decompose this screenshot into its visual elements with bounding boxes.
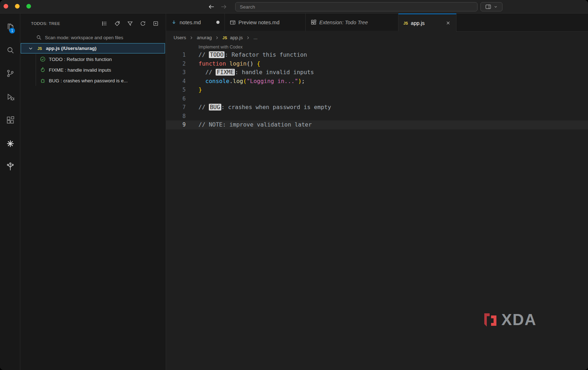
tree-root-app-js[interactable]: JS app.js (/Users/anurag) [21, 43, 165, 53]
breadcrumb-item-users[interactable]: Users [174, 35, 186, 40]
line-number[interactable]: 5 [166, 86, 186, 94]
tree-item-label: FIXME : handle invalid inputs [49, 67, 111, 73]
code-line[interactable]: 6 [166, 94, 588, 103]
breadcrumb-item-ellipsis[interactable]: ... [253, 35, 257, 40]
tab-preview-notes-md[interactable]: Preview notes.md [225, 14, 306, 31]
extensions-icon [311, 20, 316, 25]
activity-run-debug-button[interactable] [4, 91, 16, 103]
tab-label: notes.md [180, 20, 201, 25]
line-number[interactable]: 6 [166, 94, 186, 103]
tab-label: app.js [411, 20, 425, 26]
code-text: function login() { [186, 60, 260, 68]
line-number[interactable]: 3 [166, 68, 186, 77]
code-text: // BUG: crashes when password is empty [186, 103, 331, 112]
javascript-icon: JS [222, 36, 227, 40]
sidebar-title: TODOS: TREE [31, 21, 60, 26]
javascript-icon: JS [403, 21, 408, 25]
forward-button[interactable] [220, 2, 228, 11]
layout-control[interactable] [480, 2, 502, 11]
starburst-icon [6, 139, 15, 148]
activity-bar: 1 [0, 14, 20, 370]
code-line[interactable]: 2 function login() { [166, 60, 588, 68]
search-icon [36, 35, 42, 40]
modified-dot-icon[interactable] [216, 21, 220, 24]
code-text: } [186, 86, 202, 94]
arrow-left-icon [208, 3, 215, 10]
code-text: // TODO: Refactor this function [186, 51, 307, 60]
activity-starburst-extension-button[interactable] [4, 138, 16, 149]
activity-todo-tree-button[interactable] [4, 161, 16, 173]
tag-button[interactable] [114, 21, 120, 27]
expand-all-button[interactable] [153, 21, 159, 27]
chevron-down-icon [494, 5, 498, 9]
filter-button[interactable] [127, 21, 133, 27]
title-bar: Search [0, 0, 588, 14]
fixme-tag-highlight: FIXME [216, 69, 235, 76]
bug-tag-highlight: BUG [209, 104, 221, 111]
code-line-current[interactable]: 9 // NOTE: improve validation later [166, 120, 588, 129]
chevron-down-icon[interactable] [28, 46, 33, 51]
sidebar-todo-tree: TODOS: TREE [20, 14, 166, 370]
line-number[interactable]: 9 [166, 120, 186, 129]
chevron-right-icon [189, 35, 194, 40]
breadcrumb-item-app-js[interactable]: app.js [230, 35, 243, 40]
close-tab-button[interactable] [445, 20, 451, 26]
chevron-right-icon [215, 35, 220, 40]
code-line[interactable]: 1 // TODO: Refactor this function [166, 51, 588, 60]
traffic-light-zoom-button[interactable] [26, 4, 31, 9]
line-number[interactable]: 1 [166, 51, 186, 60]
code-text [186, 112, 198, 121]
breadcrumb-item-anurag[interactable]: anurag [197, 35, 212, 40]
sidebar-toolbar [101, 19, 159, 29]
refresh-button[interactable] [140, 21, 146, 27]
code-text: // NOTE: improve validation later [186, 120, 312, 129]
activity-search-button[interactable] [4, 44, 16, 56]
tree-item-label: BUG : crashes when password is e... [49, 78, 128, 83]
code-line[interactable]: 3 // FIXME: handle invalid inputs [166, 68, 588, 77]
tab-extension-todo-tree[interactable]: Extension: Todo Tree [306, 14, 398, 31]
scan-mode-item[interactable]: Scan mode: workspace and open files [20, 33, 166, 42]
codelens-implement-with-codex[interactable]: Implement with Codex [166, 43, 588, 51]
xda-logo-icon [482, 312, 498, 328]
javascript-icon: JS [37, 46, 42, 51]
tab-notes-md[interactable]: notes.md [166, 14, 225, 31]
chevron-right-icon [246, 35, 251, 40]
tab-label: Preview notes.md [238, 20, 279, 25]
traffic-light-minimize-button[interactable] [15, 4, 20, 9]
todo-tree-icon [6, 162, 15, 171]
tree-root-label: app.js (/Users/anurag) [46, 46, 97, 51]
line-number[interactable]: 2 [166, 60, 186, 68]
activity-extensions-button[interactable] [4, 114, 16, 126]
traffic-light-close-button[interactable] [4, 4, 8, 9]
arrow-right-icon [220, 3, 227, 10]
code-line[interactable]: 4 console.log("Logging in..."); [166, 77, 588, 86]
extensions-icon [6, 116, 15, 125]
activity-source-control-button[interactable] [4, 67, 16, 79]
back-button[interactable] [207, 2, 216, 11]
command-center-search[interactable]: Search [235, 2, 478, 11]
code-text: // FIXME: handle invalid inputs [186, 68, 314, 77]
tab-app-js[interactable]: JS app.js [398, 14, 457, 32]
todo-tag-highlight: TODO [209, 51, 225, 58]
sidebar-header: TODOS: TREE [20, 19, 166, 29]
code-line[interactable]: 5 } [166, 86, 588, 94]
view-as-list-button[interactable] [101, 21, 107, 27]
code-line[interactable]: 8 [166, 112, 588, 121]
source-control-icon [6, 69, 15, 78]
line-number[interactable]: 4 [166, 77, 186, 86]
line-number[interactable]: 7 [166, 103, 186, 112]
code-line[interactable]: 7 // BUG: crashes when password is empty [166, 103, 588, 112]
scan-mode-label: Scan mode: workspace and open files [45, 35, 123, 40]
open-preview-icon [230, 20, 236, 25]
tree-item-todo[interactable]: TODO : Refactor this function [20, 54, 166, 65]
breadcrumb: Users anurag JS app.js ... [166, 32, 588, 43]
panel-layout-icon [485, 4, 491, 10]
tree-item-bug[interactable]: BUG : crashes when password is e... [20, 75, 166, 86]
editor-tab-bar: notes.md Preview notes.md [166, 14, 588, 32]
tree-item-fixme[interactable]: FIXME : handle invalid inputs [20, 65, 166, 75]
check-circle-icon [40, 56, 46, 62]
vscode-window: Search 1 [0, 0, 588, 370]
code-editor[interactable]: Implement with Codex 1 // TODO: Refactor… [166, 43, 588, 129]
tab-bar-empty-space [457, 14, 588, 32]
line-number[interactable]: 8 [166, 112, 186, 121]
